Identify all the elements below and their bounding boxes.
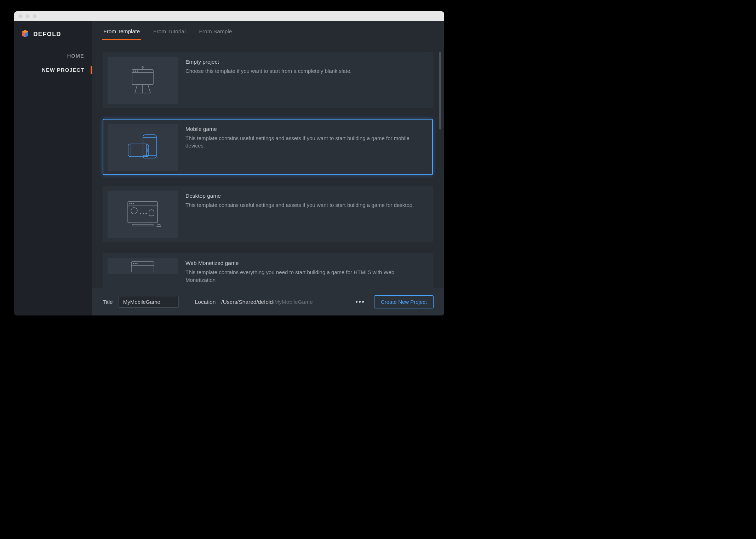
template-empty-project[interactable]: Empty project Choose this template if yo… <box>103 52 433 108</box>
template-description: Choose this template if you want to star… <box>185 67 351 75</box>
tab-label: From Template <box>103 28 140 34</box>
svg-point-10 <box>142 66 143 68</box>
svg-point-8 <box>137 71 138 71</box>
svg-point-6 <box>133 71 134 71</box>
browser-window-icon <box>125 258 160 274</box>
svg-rect-30 <box>132 224 153 226</box>
svg-point-33 <box>133 263 134 264</box>
tab-label: From Sample <box>199 28 232 34</box>
svg-point-29 <box>146 213 147 214</box>
template-text: Desktop game This template contains usef… <box>185 191 414 237</box>
sidebar-item-label: HOME <box>67 53 84 59</box>
mobile-devices-icon <box>123 130 162 165</box>
tab-from-tutorial[interactable]: From Tutorial <box>153 21 186 40</box>
location-suffix: /MyMobileGame <box>273 299 313 305</box>
svg-rect-18 <box>128 144 149 157</box>
template-description: This template contains useful settings a… <box>185 201 414 209</box>
template-description: This template contains everything you ne… <box>185 268 426 284</box>
svg-point-28 <box>143 213 144 214</box>
template-text: Empty project Choose this template if yo… <box>185 57 351 103</box>
brand-logo: DEFOLD <box>14 21 92 49</box>
tab-label: From Tutorial <box>153 28 185 34</box>
svg-rect-15 <box>143 135 156 158</box>
template-text: Mobile game This template contains usefu… <box>185 124 426 170</box>
svg-point-7 <box>135 71 136 71</box>
app-window: DEFOLD HOME NEW PROJECT From Template Fr… <box>14 11 444 315</box>
svg-point-26 <box>133 203 134 204</box>
template-thumbnail <box>108 57 178 104</box>
brand-name: DEFOLD <box>33 31 61 38</box>
sidebar-item-label: NEW PROJECT <box>42 67 84 73</box>
template-text: Web Monetized game This template contain… <box>185 258 426 283</box>
template-title: Desktop game <box>185 193 414 199</box>
close-window-icon[interactable] <box>18 14 23 18</box>
sidebar-item-home[interactable]: HOME <box>14 49 92 63</box>
template-mobile-game[interactable]: Mobile game This template contains usefu… <box>103 119 433 175</box>
svg-point-24 <box>130 203 130 204</box>
svg-rect-4 <box>132 70 153 85</box>
template-desktop-game[interactable]: Desktop game This template contains usef… <box>103 186 433 242</box>
desktop-pacman-icon <box>121 197 164 232</box>
ellipsis-icon: ••• <box>355 298 365 306</box>
svg-rect-22 <box>128 202 158 223</box>
scrollbar[interactable] <box>439 40 444 288</box>
template-thumbnail <box>108 258 178 274</box>
template-thumbnail <box>108 191 178 238</box>
svg-point-25 <box>131 203 132 204</box>
scrollbar-thumb[interactable] <box>439 52 441 129</box>
location-label: Location <box>195 299 216 305</box>
maximize-window-icon[interactable] <box>33 14 37 18</box>
template-scroll-area: Empty project Choose this template if yo… <box>92 40 444 288</box>
app-body: DEFOLD HOME NEW PROJECT From Template Fr… <box>14 21 444 315</box>
template-title: Empty project <box>185 59 351 65</box>
location-base: /Users/Shared/defold <box>221 299 273 305</box>
svg-point-35 <box>137 263 137 264</box>
project-title-input[interactable] <box>119 296 179 308</box>
sidebar-item-new-project[interactable]: NEW PROJECT <box>14 63 92 77</box>
template-thumbnail <box>108 124 178 171</box>
tab-from-sample[interactable]: From Sample <box>198 21 233 40</box>
mac-titlebar[interactable] <box>14 11 444 21</box>
location-path: /Users/Shared/defold/MyMobileGame <box>221 299 313 305</box>
sidebar-nav: HOME NEW PROJECT <box>14 49 92 77</box>
easel-icon <box>125 62 160 99</box>
sidebar: DEFOLD HOME NEW PROJECT <box>14 21 92 315</box>
button-label: Create New Project <box>381 299 427 305</box>
template-description: This template contains useful settings a… <box>185 134 426 150</box>
tab-bar: From Template From Tutorial From Sample <box>92 21 444 40</box>
svg-point-27 <box>140 213 141 214</box>
title-label: Title <box>103 299 113 305</box>
svg-line-12 <box>148 85 150 93</box>
more-options-button[interactable]: ••• <box>352 296 368 308</box>
main-panel: From Template From Tutorial From Sample <box>92 21 444 315</box>
footer-bar: Title Location /Users/Shared/defold/MyMo… <box>92 288 444 315</box>
minimize-window-icon[interactable] <box>25 14 30 18</box>
create-project-button[interactable]: Create New Project <box>374 295 434 308</box>
template-title: Web Monetized game <box>185 260 426 266</box>
svg-line-11 <box>135 85 137 93</box>
template-title: Mobile game <box>185 126 426 132</box>
template-web-monetized-game[interactable]: Web Monetized game This template contain… <box>103 253 433 288</box>
tab-from-template[interactable]: From Template <box>103 21 141 40</box>
svg-point-34 <box>135 263 136 264</box>
defold-logo-icon <box>21 29 30 40</box>
template-list: Empty project Choose this template if yo… <box>92 40 439 288</box>
